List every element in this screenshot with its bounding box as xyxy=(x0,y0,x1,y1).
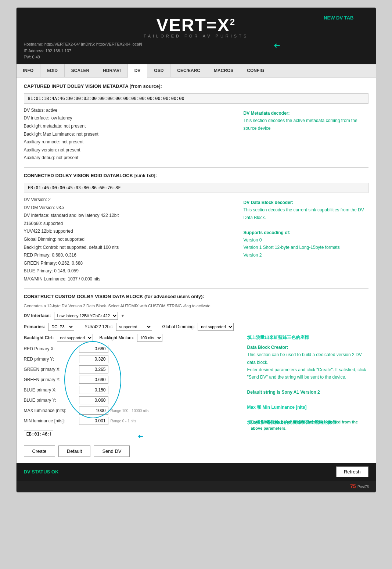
tab-config[interactable]: CONFIG xyxy=(240,64,271,77)
hostname-text: Hostname: http://VERTEX2-04/ [mDNS: http… xyxy=(24,41,368,48)
custom-string-arrow: ➜ xyxy=(138,432,143,440)
min-lum-input[interactable]: 0.001 xyxy=(79,417,108,425)
tab-macros[interactable]: MACROS xyxy=(207,64,240,77)
backlight-ctrl-row: Backlight Ctrl: not supported supported … xyxy=(24,334,233,342)
divider1 xyxy=(24,167,368,168)
creator-body: This section can be used to build a dedi… xyxy=(247,351,368,381)
ip-address-text: IP Address: 192.168.1.137 xyxy=(24,48,368,54)
section2-status: DV Version: 2 DV DM Version: v3.x DV Int… xyxy=(24,196,236,283)
green-y-input[interactable]: 0.690 xyxy=(79,376,108,384)
green-y-label: GREEN primary Y: xyxy=(24,377,79,382)
tab-hdravi[interactable]: HDR/AVI xyxy=(96,64,127,77)
backlight-annotations-row: Backlight Ctrl: not supported supported … xyxy=(24,334,368,427)
creator-title: Data Block Creator: xyxy=(247,344,368,351)
create-button[interactable]: Create xyxy=(24,445,55,457)
tab-scaler[interactable]: SCALER xyxy=(65,64,96,77)
section-connected-edid: CONNECTED DOLBY VISION EDID DATABLOCK [s… xyxy=(24,173,368,283)
section2-title: CONNECTED DOLBY VISION EDID DATABLOCK [s… xyxy=(24,173,368,180)
section1-title: CAPTURED INPUT DOLBY VISION METADATA [fr… xyxy=(24,83,368,90)
green-x-label: GREEN primary X: xyxy=(24,367,79,372)
blue-x-row: BLUE primary X: 0.150 xyxy=(24,386,233,394)
logo-tagline: TAILORED FOR AV PURISTS xyxy=(24,34,368,38)
min-lum-range: Range 0 - 1 nits xyxy=(111,419,137,423)
s2-line8: RED Primary: 0.680, 0.316 xyxy=(24,251,236,260)
section1-status: DV Status: active DV interface: low late… xyxy=(24,107,236,162)
red-x-input[interactable]: 0.680 xyxy=(79,345,108,353)
s2-supports-body: Version 0 Version 1 Short 12-byte and Lo… xyxy=(244,236,368,259)
section2-data-field: EB:01:46:D0:00:45:03:80:86:60:76:8F xyxy=(24,183,368,193)
new-dv-tab-label: NEW DV TAB xyxy=(324,15,353,21)
s2-supports-title: Supports decoding of: xyxy=(244,229,368,236)
blue-y-input[interactable]: 0.060 xyxy=(79,396,108,404)
tab-info[interactable]: INFO xyxy=(17,64,41,77)
header-info: Hostname: http://VERTEX2-04/ [mDNS: http… xyxy=(24,41,368,61)
backlight-ctrl-label: Backlight Ctrl: xyxy=(24,335,54,340)
max-lum-input[interactable]: 1000 xyxy=(79,407,108,415)
global-dimming-label: Global Dimming: xyxy=(162,324,195,329)
annotation-max-min: Max 和 Min Luminance [nits] xyxy=(247,404,368,411)
s1-annotation-body: This section decodes the active metadata… xyxy=(244,117,368,132)
custom-string-input[interactable] xyxy=(24,430,53,438)
s2-annotation-title: DV Data Block decoder: xyxy=(244,199,368,206)
action-buttons: Create Default Send DV xyxy=(24,445,368,457)
s1-line1: DV Status: active xyxy=(24,107,236,115)
data-block-annotation: Data Block can be manually entered or cr… xyxy=(251,419,368,431)
blue-y-row: BLUE primary Y: 0.060 xyxy=(24,396,233,404)
s2-line7: Backlight Control: not supported, defaul… xyxy=(24,244,236,252)
s2-line2: DV DM Version: v3.x xyxy=(24,204,236,212)
chinese-annotation1: 填上測量出來紅藍綠三色的座標 xyxy=(247,334,368,341)
section2-annotation: DV Data Block decoder: This section deco… xyxy=(244,196,368,283)
primaries-row: Primaries: DCI P3 BT.2020 BT.709 YUV422 … xyxy=(24,323,368,331)
backlight-ctrl-select[interactable]: not supported supported xyxy=(57,334,93,342)
default-button[interactable]: Default xyxy=(58,445,90,457)
s1-line2: DV interface: low latency xyxy=(24,114,236,122)
min-lum-row: MIN luminance [nits]: 0.001 Range 0 - 1 … xyxy=(24,417,233,425)
section-construct: CONSTRUCT CUSTOM DOLBY VISION DATA BLOCK… xyxy=(24,294,368,457)
divider2 xyxy=(24,288,368,289)
refresh-button[interactable]: Refresh xyxy=(336,466,368,477)
backlight-minlum-select[interactable]: 100 nits 200 nits xyxy=(137,334,162,342)
section3-title: CONSTRUCT CUSTOM DOLBY VISION DATA BLOCK… xyxy=(24,294,368,301)
s2-line6: Global Dimming: not supported xyxy=(24,236,236,244)
global-dimming-select[interactable]: not supported supported xyxy=(198,323,234,331)
header: VERT=X2 TAILORED FOR AV PURISTS NEW DV T… xyxy=(17,8,376,64)
custom-string-row: ➜ Data Block can be manually entered or … xyxy=(24,430,368,442)
red-y-input[interactable]: 0.320 xyxy=(79,355,108,363)
min-lum-label: MIN luminance [nits]: xyxy=(24,418,79,423)
tab-osd[interactable]: OSD xyxy=(147,64,170,77)
section1-two-col: DV Status: active DV interface: low late… xyxy=(24,107,368,162)
nav-tabs: INFO EDID SCALER HDR/AVI DV OSD CEC/EARC… xyxy=(17,64,376,78)
primaries-select[interactable]: DCI P3 BT.2020 BT.709 xyxy=(48,323,74,331)
green-x-input[interactable]: 0.265 xyxy=(79,365,108,373)
watermark-logo: 75 Post76 xyxy=(350,482,372,490)
status-text: DV STATUS OK xyxy=(24,469,59,475)
s2-line4: 2160p60: supported xyxy=(24,220,236,228)
dv-interface-row: DV Interface: Low latency 12Bit YCbCr 42… xyxy=(24,312,368,320)
blue-x-input[interactable]: 0.150 xyxy=(79,386,108,394)
fw-text: FW: 0.49 xyxy=(24,54,368,61)
send-dv-button[interactable]: Send DV xyxy=(94,445,130,457)
content: CAPTURED INPUT DOLBY VISION METADATA [fr… xyxy=(17,78,376,463)
s2-line9: GREEN Primary: 0.262, 0.688 xyxy=(24,260,236,268)
section-captured-input: CAPTURED INPUT DOLBY VISION METADATA [fr… xyxy=(24,83,368,162)
tab-dv[interactable]: DV xyxy=(128,64,148,78)
logo-sup: 2 xyxy=(230,17,235,27)
max-lum-label: MAX luminance [nits]: xyxy=(24,408,79,413)
section2-two-col: DV Version: 2 DV DM Version: v3.x DV Int… xyxy=(24,196,368,283)
blue-y-label: BLUE primary Y: xyxy=(24,398,79,403)
s2-line1: DV Version: 2 xyxy=(24,196,236,204)
backlight-left: Backlight Ctrl: not supported supported … xyxy=(24,334,233,427)
red-x-row: RED Primary X: 0.680 xyxy=(24,345,233,353)
tab-edid[interactable]: EDID xyxy=(40,64,65,77)
s2-line11: MAX/MIN Luminance: 1037 / 0.000 nits xyxy=(24,275,236,283)
red-y-row: RED primary Y: 0.320 xyxy=(24,355,233,363)
backlight-minlum-label: Backlight Minlum: xyxy=(100,335,134,340)
dv-interface-select[interactable]: Low latency 12Bit YCbCr 422 Standard 12B… xyxy=(54,312,118,320)
yuv422-select[interactable]: supported not supported xyxy=(116,323,152,331)
bottom-bar: DV STATUS OK Refresh xyxy=(17,463,376,481)
section2-left: DV Version: 2 DV DM Version: v3.x DV Int… xyxy=(24,196,236,283)
yuv422-label: YUV422 12bit: xyxy=(84,324,113,329)
section3-annotations: 填上測量出來紅藍綠三色的座標 Data Block Creator: This … xyxy=(247,334,368,427)
blue-x-label: BLUE primary X: xyxy=(24,387,79,393)
tab-cecearc[interactable]: CEC/EARC xyxy=(170,64,207,77)
